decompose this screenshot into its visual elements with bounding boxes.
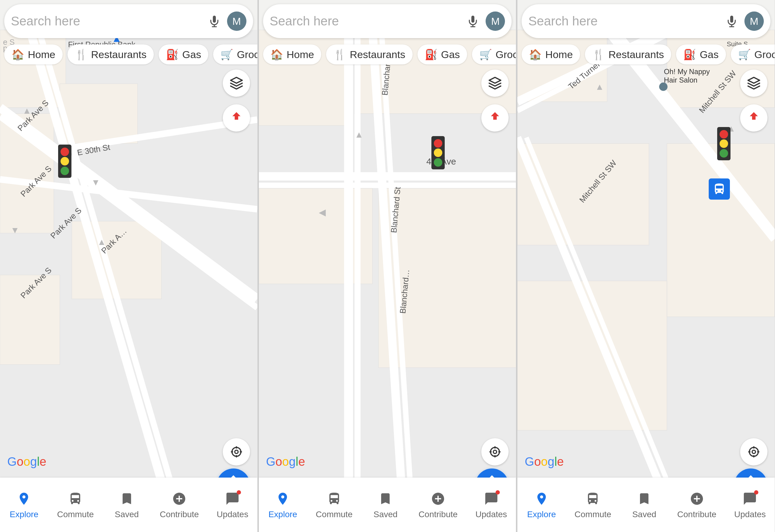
map-background-1: ▲ ▼ ▼ ▲ First Republic Bank Park Ave S P…: [0, 0, 257, 532]
layer-button-2[interactable]: [481, 70, 508, 97]
bottom-nav-3: Explore Commute Saved Contribute Up: [517, 478, 775, 532]
nav-commute-2[interactable]: Commute: [316, 490, 352, 519]
svg-point-83: [752, 450, 756, 454]
nav-explore-label-1: Explore: [10, 510, 38, 519]
svg-point-29: [232, 447, 241, 456]
direction-button-2[interactable]: [481, 104, 508, 132]
chip-restaurants-2[interactable]: 🍴Restaurants: [326, 44, 412, 64]
commute-icon-2: [326, 490, 343, 507]
nav-saved-2[interactable]: Saved: [370, 490, 401, 519]
nav-contribute-2[interactable]: Contribute: [418, 490, 457, 519]
explore-icon-1: [15, 490, 32, 507]
nav-updates-1[interactable]: Updates: [217, 490, 248, 519]
nav-explore-2[interactable]: Explore: [268, 490, 298, 519]
location-button-3[interactable]: [740, 438, 767, 465]
traffic-light-red-1: [60, 148, 69, 156]
contribute-icon-1: [171, 490, 188, 507]
nav-updates-label-3: Updates: [734, 510, 766, 519]
google-logo-3: Google: [525, 455, 564, 468]
location-button-2[interactable]: [481, 438, 508, 465]
svg-text:▼: ▼: [91, 177, 100, 187]
nav-contribute-3[interactable]: Contribute: [677, 490, 716, 519]
contribute-icon-2: [430, 490, 446, 507]
search-input-3[interactable]: Search here: [528, 14, 724, 28]
traffic-light-green-3: [720, 149, 728, 158]
commute-icon-1: [67, 490, 84, 507]
layer-button-3[interactable]: [740, 70, 767, 97]
svg-text:◀: ◀: [319, 207, 325, 217]
svg-point-54: [493, 450, 497, 454]
google-logo-2: Google: [266, 455, 305, 468]
traffic-light-3: [717, 127, 731, 160]
chip-restaurants-1[interactable]: 🍴Restaurants: [67, 44, 154, 64]
search-bar-3[interactable]: Search here M: [521, 4, 770, 38]
mic-icon-1[interactable]: [207, 13, 222, 29]
saved-icon-3: [636, 490, 653, 507]
layer-button-1[interactable]: [223, 70, 250, 97]
nav-commute-1[interactable]: Commute: [57, 490, 93, 519]
map-panel-2: ▲ ▲ ◀ Blanchard St 4th Ave Blanchard St …: [259, 0, 516, 532]
traffic-light-green-1: [60, 167, 69, 175]
direction-button-3[interactable]: [740, 104, 767, 132]
nav-updates-label-1: Updates: [217, 510, 248, 519]
nav-explore-3[interactable]: Explore: [526, 490, 557, 519]
chip-home-2[interactable]: 🏠Home: [263, 44, 322, 64]
nav-commute-label-1: Commute: [57, 510, 93, 519]
nav-saved-3[interactable]: Saved: [629, 490, 659, 519]
nav-explore-1[interactable]: Explore: [9, 490, 39, 519]
search-bar-2[interactable]: Search here M: [263, 4, 512, 38]
saved-icon-2: [377, 490, 394, 507]
nav-saved-label-3: Saved: [632, 510, 656, 519]
updates-icon-3: [741, 490, 758, 507]
commute-icon-3: [584, 490, 601, 507]
chip-restaurants-3[interactable]: 🍴Restaurants: [585, 44, 671, 64]
explore-icon-3: [533, 490, 550, 507]
traffic-light-yellow-1: [60, 157, 69, 165]
map-background-3: ▲ ▲ Ted Turner Dr Mitchell St SW Mitchel…: [517, 0, 775, 532]
nav-contribute-1[interactable]: Contribute: [160, 490, 199, 519]
bus-icon-3[interactable]: [709, 178, 730, 200]
svg-text:Hair Salon: Hair Salon: [664, 76, 698, 84]
google-logo-1: Google: [7, 455, 46, 468]
search-bar-1[interactable]: Search here M: [4, 4, 253, 38]
nav-saved-label-2: Saved: [374, 510, 397, 519]
map-panel-1: ▲ ▼ ▼ ▲ First Republic Bank Park Ave S P…: [0, 0, 258, 532]
nav-explore-label-3: Explore: [527, 510, 556, 519]
mic-icon-3[interactable]: [724, 13, 740, 29]
search-input-1[interactable]: Search here: [11, 14, 207, 28]
bottom-nav-2: Explore Commute Saved Contribute Up: [259, 478, 516, 532]
nav-commute-3[interactable]: Commute: [574, 490, 611, 519]
nav-updates-3[interactable]: Updates: [734, 490, 766, 519]
chip-home-3[interactable]: 🏠Home: [521, 44, 580, 64]
chip-home-1[interactable]: 🏠Home: [4, 44, 63, 64]
search-input-2[interactable]: Search here: [270, 14, 465, 28]
chip-gas-1[interactable]: ⛽Gas: [158, 44, 208, 64]
chip-grocery-2[interactable]: 🛒Groc…: [472, 44, 516, 64]
explore-icon-2: [274, 490, 291, 507]
svg-point-84: [749, 447, 758, 456]
map-panel-3: ▲ ▲ Ted Turner Dr Mitchell St SW Mitchel…: [517, 0, 775, 532]
location-button-1[interactable]: [223, 438, 250, 465]
avatar-1[interactable]: M: [227, 11, 247, 31]
traffic-light-2: [431, 136, 445, 169]
traffic-light-green-2: [434, 158, 442, 167]
nav-contribute-label-1: Contribute: [160, 510, 199, 519]
chip-grocery-3[interactable]: 🛒Groc…: [731, 44, 775, 64]
nav-contribute-label-2: Contribute: [418, 510, 457, 519]
nav-saved-1[interactable]: Saved: [112, 490, 142, 519]
mic-icon-2[interactable]: [465, 13, 481, 29]
nav-updates-2[interactable]: Updates: [476, 490, 507, 519]
svg-text:▲: ▲: [355, 129, 363, 139]
chip-grocery-1[interactable]: 🛒Groc…: [213, 44, 257, 64]
nav-saved-label-1: Saved: [115, 510, 139, 519]
updates-icon-2: [483, 490, 500, 507]
svg-text:▼: ▼: [11, 225, 19, 235]
chip-gas-2[interactable]: ⛽Gas: [417, 44, 467, 64]
traffic-light-yellow-2: [434, 149, 442, 157]
bottom-nav-1: Explore Commute Saved Contribute Up: [0, 478, 257, 532]
traffic-light-red-2: [434, 139, 442, 148]
avatar-2[interactable]: M: [486, 11, 505, 31]
direction-button-1[interactable]: [223, 104, 250, 132]
avatar-3[interactable]: M: [744, 11, 764, 31]
chip-gas-3[interactable]: ⛽Gas: [676, 44, 726, 64]
